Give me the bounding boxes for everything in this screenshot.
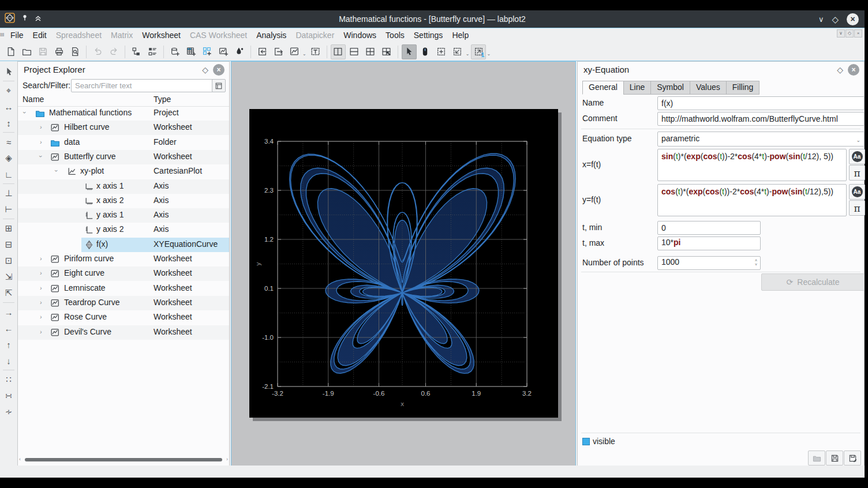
- tab-general[interactable]: General: [582, 81, 623, 95]
- add-y-axis-icon[interactable]: ⊢: [1, 202, 16, 217]
- move-vertical-icon[interactable]: ↕: [1, 115, 16, 130]
- recalculate-button[interactable]: ⟳ Recalculate: [761, 273, 865, 291]
- constants-button[interactable]: Aa: [849, 149, 865, 164]
- tree-row-y-axis-1[interactable]: y axis 1Axis: [18, 208, 229, 223]
- menu-worksheet[interactable]: Worksheet: [137, 28, 185, 43]
- new-spreadsheet-icon[interactable]: [184, 44, 199, 59]
- zoom-out-region-icon[interactable]: ⊟: [1, 237, 16, 252]
- shift-down-icon[interactable]: ↓: [1, 353, 16, 368]
- horizontal-scrollbar[interactable]: ‹ ›: [18, 457, 229, 463]
- visible-checkbox[interactable]: [582, 438, 590, 445]
- expand-expander-icon[interactable]: ›: [40, 255, 42, 262]
- navigate-mode-icon[interactable]: [418, 44, 433, 59]
- tree-row-mathematical-functions[interactable]: ›Mathematical functionsProject: [18, 106, 229, 121]
- new-plot-icon[interactable]: [287, 44, 302, 59]
- zoom-select-mode-icon[interactable]: [434, 44, 449, 59]
- tab-values[interactable]: Values: [690, 81, 726, 95]
- zoom-select-icon[interactable]: ⌖: [1, 83, 16, 98]
- select-mode-icon[interactable]: [402, 44, 417, 59]
- auto-scale-icon[interactable]: ∷: [1, 372, 16, 387]
- new-matrix-icon[interactable]: [200, 44, 215, 59]
- y-equation-input[interactable]: cos(t)*(exp(cos(t))-2*cos(4*t)-pow(sin(t…: [657, 184, 847, 216]
- menu-tools[interactable]: Tools: [381, 28, 409, 43]
- menu-settings[interactable]: Settings: [409, 28, 448, 43]
- tree-row-x-axis-1[interactable]: x axis 1Axis: [18, 179, 229, 194]
- menu-edit[interactable]: Edit: [28, 28, 51, 43]
- comment-field[interactable]: [657, 112, 865, 126]
- shift-left-icon[interactable]: ←: [1, 321, 16, 336]
- worksheet-view[interactable]: 3.42.31.20.1-1.0-2.1-3.2-1.9-0.60.61.93.…: [231, 61, 576, 466]
- zoom-fit-icon[interactable]: ⊡: [1, 253, 16, 268]
- pi-button[interactable]: π: [849, 200, 865, 216]
- zoom-in-y-icon[interactable]: ⇱: [1, 286, 16, 301]
- vertical-layout-icon[interactable]: [331, 44, 346, 59]
- tmax-field[interactable]: 10*pi: [657, 237, 761, 250]
- menu-windows[interactable]: Windows: [339, 28, 381, 43]
- tree-row-eight-curve[interactable]: ›Eight curveWorksheet: [18, 266, 229, 281]
- horizontal-layout-icon[interactable]: [347, 44, 362, 59]
- import-icon[interactable]: [255, 44, 270, 59]
- magnification-icon[interactable]: [450, 44, 465, 59]
- print-icon[interactable]: [51, 44, 66, 59]
- collapse-expander-icon[interactable]: ›: [21, 111, 28, 114]
- tree-row-devil-s-curve[interactable]: ›Devil's CurveWorksheet: [18, 325, 229, 340]
- expand-expander-icon[interactable]: ›: [40, 299, 42, 306]
- column-type[interactable]: Type: [154, 95, 171, 104]
- auto-scale-y-icon[interactable]: ∻: [1, 404, 16, 419]
- collapse-expander-icon[interactable]: ›: [38, 155, 44, 157]
- save-function-button[interactable]: [826, 451, 843, 466]
- tree-row-xy-plot[interactable]: ›xy-plotCartesianPlot: [18, 164, 229, 179]
- expand-expander-icon[interactable]: ›: [40, 284, 42, 291]
- new-plot-dropdown-icon[interactable]: ⌄: [302, 51, 306, 57]
- cursor-select-icon[interactable]: [1, 64, 16, 79]
- grid-layout-icon[interactable]: [363, 44, 378, 59]
- pi-button[interactable]: π: [849, 165, 865, 181]
- maximize-icon[interactable]: ◇: [832, 15, 839, 24]
- filter-options-button[interactable]: [212, 79, 226, 92]
- add-text-label-icon[interactable]: [308, 44, 323, 59]
- menu-analysis[interactable]: Analysis: [252, 28, 291, 43]
- pin-icon[interactable]: [21, 14, 29, 24]
- export-icon[interactable]: [271, 44, 286, 59]
- shift-up-icon[interactable]: ↑: [1, 337, 16, 352]
- auto-scale-x-icon[interactable]: ∺: [1, 388, 16, 403]
- new-file-icon[interactable]: [3, 44, 18, 59]
- menu-file[interactable]: File: [6, 28, 28, 43]
- tree-row-rose-curve[interactable]: ›Rose CurveWorksheet: [18, 310, 229, 325]
- new-workbook-icon[interactable]: [167, 44, 182, 59]
- add-x-axis-icon[interactable]: ⊥: [1, 186, 16, 201]
- tree-row-data[interactable]: ›dataFolder: [18, 136, 229, 150]
- x-equation-input[interactable]: sin(t)*(exp(cos(t))-2*cos(4*t)-pow(sin(t…: [657, 149, 847, 181]
- float-panel-icon[interactable]: ◇: [837, 65, 843, 74]
- constants-button[interactable]: Aa: [849, 184, 865, 200]
- tree-row-hilbert-curve[interactable]: ›Hilbert curveWorksheet: [18, 121, 229, 135]
- spinner-arrows-icon[interactable]: ˄˅: [755, 258, 757, 266]
- new-worksheet-icon[interactable]: [216, 44, 231, 59]
- butterfly-plot[interactable]: 3.42.31.20.1-1.0-2.1-3.2-1.9-0.60.61.93.…: [249, 109, 558, 420]
- worksheet-page[interactable]: 3.42.31.20.1-1.0-2.1-3.2-1.9-0.60.61.93.…: [249, 109, 558, 418]
- save-edit-function-button[interactable]: [844, 451, 861, 466]
- search-filter-input[interactable]: [71, 79, 223, 92]
- open-file-icon[interactable]: [19, 44, 34, 59]
- tmin-field[interactable]: [657, 221, 761, 235]
- edit-layout-icon[interactable]: [379, 44, 394, 59]
- menu-help[interactable]: Help: [447, 28, 473, 43]
- mdi-window-controls[interactable]: ∨◇×: [837, 29, 862, 37]
- zoom-preset-icon[interactable]: 1: [471, 44, 486, 59]
- tree-row-f-x-[interactable]: f(x)XYEquationCurve: [18, 238, 229, 252]
- new-datapicker-icon[interactable]: [232, 44, 247, 59]
- column-name[interactable]: Name: [23, 95, 44, 104]
- move-horizontal-icon[interactable]: ↔: [1, 99, 16, 114]
- tab-symbol[interactable]: Symbol: [650, 81, 690, 95]
- magnification-dropdown-icon[interactable]: ⌄: [466, 51, 470, 57]
- shift-right-icon[interactable]: →: [1, 305, 16, 320]
- tree-row-y-axis-2[interactable]: y axis 2Axis: [18, 223, 229, 237]
- add-equation-curve-icon[interactable]: ◈: [1, 151, 16, 166]
- zoom-in-x-icon[interactable]: ⇲: [1, 269, 16, 284]
- tree-row-teardrop-curve[interactable]: ›Teardrop CurveWorksheet: [18, 296, 229, 310]
- expand-expander-icon[interactable]: ›: [40, 313, 42, 320]
- expand-expander-icon[interactable]: ›: [40, 138, 42, 145]
- points-spinbox[interactable]: 1000 ˄˅: [657, 256, 761, 270]
- equation-type-select[interactable]: parametric ⌄: [657, 132, 865, 147]
- expand-expander-icon[interactable]: ›: [40, 328, 42, 335]
